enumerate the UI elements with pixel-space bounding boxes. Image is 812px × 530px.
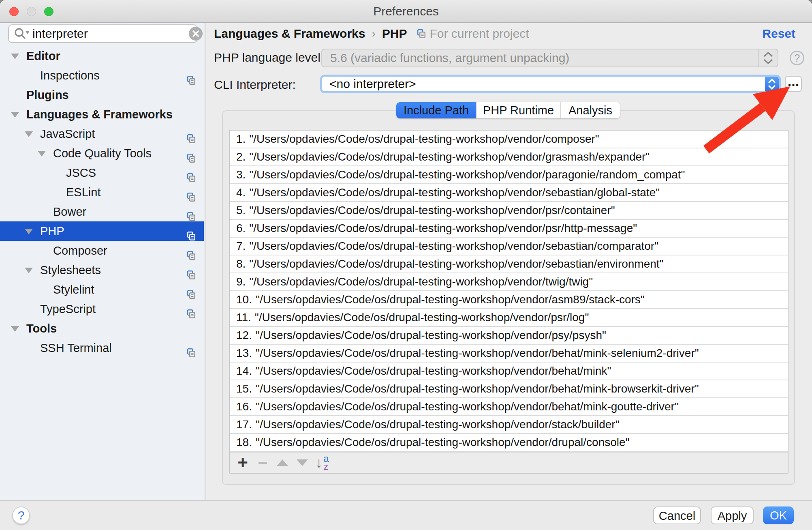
row-number: 9. xyxy=(236,275,246,288)
ok-button[interactable]: OK xyxy=(763,506,794,524)
sort-alphabetically-button[interactable]: ↓ a z xyxy=(315,455,329,471)
row-number: 12. xyxy=(236,329,252,341)
include-path-row[interactable]: 10."/Users/opdavies/Code/os/drupal-testi… xyxy=(230,291,788,309)
include-path-row[interactable]: 2."/Users/opdavies/Code/os/drupal-testin… xyxy=(230,148,788,166)
expand-collapse-icon[interactable] xyxy=(11,326,19,332)
breadcrumb-item[interactable]: PHP xyxy=(382,26,407,42)
expand-collapse-icon[interactable] xyxy=(25,229,33,234)
per-project-settings-icon xyxy=(187,227,195,236)
sidebar-item-jscs[interactable]: JSCS xyxy=(0,163,204,182)
clear-search-icon[interactable] xyxy=(189,27,203,41)
sidebar-item-label: SSH Terminal xyxy=(0,341,112,354)
row-path: "/Users/opdavies/Code/os/drupal-testing-… xyxy=(249,275,593,288)
sidebar-item-typescript[interactable]: TypeScript xyxy=(0,299,204,319)
include-path-row[interactable]: 5."/Users/opdavies/Code/os/drupal-testin… xyxy=(230,202,788,220)
expand-collapse-icon[interactable] xyxy=(25,131,33,137)
sidebar-item-label: TypeScript xyxy=(0,303,96,315)
cli-interpreter-value: <no interpreter> xyxy=(322,77,765,91)
row-number: 5. xyxy=(236,204,246,217)
expand-collapse-icon[interactable] xyxy=(38,151,46,157)
include-path-row[interactable]: 16."/Users/opdavies/Code/os/drupal-testi… xyxy=(230,398,788,416)
include-path-row[interactable]: 1."/Users/opdavies/Code/os/drupal-testin… xyxy=(230,131,788,148)
sidebar-item-ssh-terminal[interactable]: SSH Terminal xyxy=(0,338,204,358)
remove-path-button: − xyxy=(255,455,270,471)
include-path-row[interactable]: 12."/Users/opdavies/Code/os/drupal-testi… xyxy=(230,327,788,345)
per-project-settings-icon xyxy=(187,129,195,138)
settings-search-box[interactable] xyxy=(8,24,198,43)
row-path: "/Users/opdavies/Code/os/drupal-testing-… xyxy=(256,436,630,448)
sidebar-item-label: Languages & Frameworks xyxy=(0,108,173,121)
settings-sidebar: EditorInspectionsPluginsLanguages & Fram… xyxy=(0,23,205,500)
sidebar-item-inspections[interactable]: Inspections xyxy=(0,66,204,85)
sidebar-item-bower[interactable]: Bower xyxy=(0,202,204,221)
sidebar-item-label: Editor xyxy=(0,49,60,62)
tab-php-runtime[interactable]: PHP Runtime xyxy=(476,102,560,118)
sidebar-item-label: Plugins xyxy=(0,88,69,101)
sidebar-item-eslint[interactable]: ESLint xyxy=(0,182,204,202)
include-path-row[interactable]: 6."/Users/opdavies/Code/os/drupal-testin… xyxy=(230,220,788,238)
cancel-button[interactable]: Cancel xyxy=(653,506,701,524)
sort-arrow-icon: ↓ xyxy=(315,454,323,471)
apply-button[interactable]: Apply xyxy=(711,506,754,524)
row-path: "/Users/opdavies/Code/os/drupal-testing-… xyxy=(249,240,658,252)
tab-analysis[interactable]: Analysis xyxy=(560,102,620,118)
include-path-row[interactable]: 13."/Users/opdavies/Code/os/drupal-testi… xyxy=(230,345,788,363)
row-path: "/Users/opdavies/Code/os/drupal-testing-… xyxy=(249,133,599,145)
sidebar-item-composer[interactable]: Composer xyxy=(0,241,204,260)
breadcrumb-item[interactable]: Languages & Frameworks xyxy=(214,26,365,42)
preferences-window: Preferences xyxy=(0,0,812,530)
chevron-updown-icon[interactable] xyxy=(765,77,779,91)
chevron-updown-icon[interactable] xyxy=(758,49,778,67)
include-path-row[interactable]: 14."/Users/opdavies/Code/os/drupal-testi… xyxy=(230,363,788,380)
sidebar-item-php[interactable]: PHP xyxy=(0,221,204,241)
include-path-row[interactable]: 9."/Users/opdavies/Code/os/drupal-testin… xyxy=(230,273,788,291)
sidebar-item-languages-frameworks[interactable]: Languages & Frameworks xyxy=(0,105,204,124)
row-path: "/Users/opdavies/Code/os/drupal-testing-… xyxy=(249,204,615,217)
include-path-row[interactable]: 3."/Users/opdavies/Code/os/drupal-testin… xyxy=(230,166,788,184)
row-number: 15. xyxy=(236,382,252,395)
sidebar-item-label: Bower xyxy=(0,205,86,218)
include-path-row[interactable]: 18."/Users/opdavies/Code/os/drupal-testi… xyxy=(230,434,788,452)
row-path: "/Users/opdavies/Code/os/drupal-testing-… xyxy=(256,293,645,306)
search-icon[interactable] xyxy=(14,27,29,40)
row-number: 16. xyxy=(236,400,252,413)
sidebar-item-label: JSCS xyxy=(0,166,96,179)
sidebar-item-label: Inspections xyxy=(0,69,100,82)
include-path-row[interactable]: 8."/Users/opdavies/Code/os/drupal-testin… xyxy=(230,255,788,273)
context-help-icon[interactable]: ? xyxy=(790,51,804,65)
row-path: "/Users/opdavies/Code/os/drupal-testing-… xyxy=(255,311,589,324)
breadcrumb-separator: › xyxy=(372,26,375,42)
sidebar-item-tools[interactable]: Tools xyxy=(0,319,204,338)
sidebar-item-editor[interactable]: Editor xyxy=(0,46,204,66)
include-path-row[interactable]: 15."/Users/opdavies/Code/os/drupal-testi… xyxy=(230,380,788,398)
sidebar-item-label: Stylelint xyxy=(0,283,94,296)
include-path-row[interactable]: 7."/Users/opdavies/Code/os/drupal-testin… xyxy=(230,238,788,255)
language-level-select[interactable]: 5.6 (variadic functions, argument unpack… xyxy=(321,49,778,67)
browse-interpreters-button[interactable]: ... xyxy=(785,76,802,92)
add-path-button[interactable]: + xyxy=(235,455,250,471)
include-path-row[interactable]: 17."/Users/opdavies/Code/os/drupal-testi… xyxy=(230,416,788,434)
settings-tree: EditorInspectionsPluginsLanguages & Fram… xyxy=(0,46,204,358)
title-bar: Preferences xyxy=(0,0,812,23)
help-button[interactable]: ? xyxy=(12,506,30,524)
include-path-row[interactable]: 11."/Users/opdavies/Code/os/drupal-testi… xyxy=(230,309,788,327)
breadcrumb: Languages & Frameworks›PHPFor current pr… xyxy=(214,26,529,42)
sidebar-item-stylelint[interactable]: Stylelint xyxy=(0,280,204,299)
tab-include-path[interactable]: Include Path xyxy=(396,102,476,118)
row-path: "/Users/opdavies/Code/os/drupal-testing-… xyxy=(256,365,611,377)
sidebar-item-code-quality-tools[interactable]: Code Quality Tools xyxy=(0,144,204,163)
window-title: Preferences xyxy=(0,0,812,22)
sidebar-item-javascript[interactable]: JavaScript xyxy=(0,124,204,144)
reset-link[interactable]: Reset xyxy=(762,26,795,42)
scope-indicator: For current project xyxy=(417,26,529,42)
settings-main-pane: Languages & Frameworks›PHPFor current pr… xyxy=(206,23,812,500)
search-input[interactable] xyxy=(32,27,189,41)
cli-interpreter-select[interactable]: <no interpreter> xyxy=(320,75,781,93)
expand-collapse-icon[interactable] xyxy=(25,268,33,273)
expand-collapse-icon[interactable] xyxy=(11,54,19,59)
sidebar-item-stylesheets[interactable]: Stylesheets xyxy=(0,260,204,280)
include-path-list: 1."/Users/opdavies/Code/os/drupal-testin… xyxy=(230,131,788,452)
expand-collapse-icon[interactable] xyxy=(11,112,19,118)
include-path-row[interactable]: 4."/Users/opdavies/Code/os/drupal-testin… xyxy=(230,184,788,202)
sidebar-item-plugins[interactable]: Plugins xyxy=(0,85,204,105)
